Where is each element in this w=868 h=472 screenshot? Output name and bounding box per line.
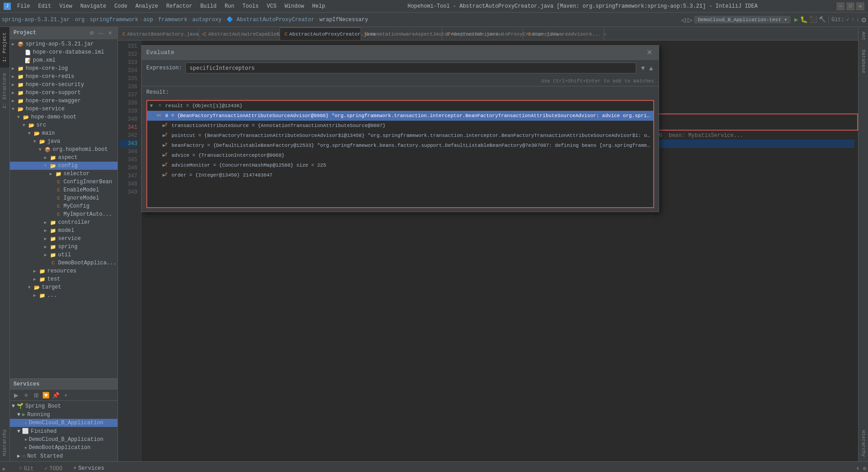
eval-result-area[interactable]: ▼ ≡ result = {Object[1]@13436} ▼ ○ 0 = {…: [146, 100, 654, 208]
result-row-3[interactable]: ▶ f pointcut = {BeanFactoryTransactionAt…: [147, 131, 653, 141]
tree-item-selector[interactable]: ▶ 📁 selector: [10, 170, 118, 178]
breadcrumb-jar[interactable]: spring-aop-5.3.21.jar: [2, 17, 70, 23]
service-finished-group[interactable]: ▼ ⬜ Finished: [10, 427, 118, 436]
service-not-started-group[interactable]: ▶ ○ Not Started: [10, 452, 118, 460]
project-minimize-button[interactable]: —: [97, 29, 105, 37]
eval-expression-input[interactable]: [185, 63, 636, 73]
menu-run[interactable]: Run: [221, 2, 238, 10]
menu-tools[interactable]: Tools: [239, 2, 262, 10]
tree-item-target[interactable]: ▼ 📂 target: [10, 283, 118, 291]
breadcrumb-springframework[interactable]: springframework: [90, 17, 138, 23]
tab-aspect-aware[interactable]: C AspectJAwareAdvisorA... ✕: [523, 27, 604, 40]
service-pin-btn[interactable]: 📌: [51, 390, 60, 399]
tree-item-enable-model[interactable]: C EnableModel: [10, 186, 118, 194]
tab-abstract-bean-factory[interactable]: C AbstractBeanFactory.java ✕: [118, 27, 199, 40]
side-tab-hierarchy[interactable]: Hierarchy: [0, 424, 9, 461]
result-row-1[interactable]: ▼ ○ 0 = {BeanFactoryTransactionAttribute…: [147, 111, 653, 121]
favorites-icon[interactable]: ★: [2, 465, 5, 472]
tree-item-test[interactable]: ▶ 📁 test: [10, 275, 118, 283]
bottom-tab-services[interactable]: ⚡ Services: [68, 463, 110, 472]
result-row-6[interactable]: ▶ f adviceMonitor = {ConcurrentHashMap@1…: [147, 160, 653, 170]
tree-item-config-inner-bean[interactable]: C ConfigInnerBean: [10, 178, 118, 186]
service-add-btn[interactable]: +: [61, 390, 70, 399]
menu-build[interactable]: Build: [197, 2, 220, 10]
tree-item-controller[interactable]: ▶ 📁 controller: [10, 218, 118, 227]
tree-item-service[interactable]: ▶ 📁 service: [10, 235, 118, 243]
tree-item-core-security[interactable]: ▶ 📁 hope-core-security: [10, 81, 118, 89]
menu-file[interactable]: File: [14, 2, 34, 10]
tree-item-database-iml[interactable]: 📄 hope-core-database.iml: [10, 48, 118, 56]
menu-refactor[interactable]: Refactor: [163, 2, 196, 10]
tree-item-main[interactable]: ▼ 📂 main: [10, 129, 118, 137]
tree-item-resources[interactable]: ▶ 📁 resources: [10, 267, 118, 275]
back-button[interactable]: ◁: [681, 15, 686, 25]
run-config-selector[interactable]: DemoCloud_B_Application-test ▾: [694, 16, 791, 23]
service-layout-btn[interactable]: ≡: [22, 390, 31, 399]
tree-item-util[interactable]: ▶ 📁 util: [10, 251, 118, 259]
right-tab-database[interactable]: Database: [859, 45, 868, 78]
service-demo-boot-finished[interactable]: ● DemoBootApplication: [10, 444, 118, 452]
tree-item-ignore-model[interactable]: C IgnoreModel: [10, 194, 118, 202]
tab-close-icon6[interactable]: ✕: [603, 32, 606, 37]
service-group-btn[interactable]: ⊞: [32, 390, 41, 399]
tree-item-src[interactable]: ▼ 📂 src: [10, 121, 118, 129]
code-content[interactable]: if (Boolean.FALSE.equals(this.advisedBea…: [141, 41, 858, 461]
result-row-4[interactable]: ▶ f beanFactory = {DefaultListableBeanFa…: [147, 141, 653, 150]
tree-item-hope-demo-boot[interactable]: ▼ 📂 hope-demo-boot: [10, 113, 118, 121]
tree-item-my-import[interactable]: C MyImportAuto...: [10, 210, 118, 218]
git-push[interactable]: ↓: [856, 17, 859, 23]
tree-item-spring[interactable]: ▶ 📁 spring: [10, 243, 118, 251]
tree-item-model[interactable]: ▶ 📁 model: [10, 227, 118, 235]
tree-item-package[interactable]: ▼ 📦 org.hopehomi.boot: [10, 145, 118, 154]
bottom-tab-git[interactable]: ⑂ Git: [14, 464, 39, 472]
run-button[interactable]: ▶: [794, 16, 798, 23]
tree-item-config[interactable]: ▼ 📂 config: [10, 162, 118, 170]
service-spring-boot[interactable]: ▼ 🌱 Spring Boot: [10, 402, 118, 410]
git-check[interactable]: ✓: [846, 16, 850, 23]
breadcrumb-framework[interactable]: framework: [158, 17, 187, 23]
debug-button[interactable]: 🐛: [800, 16, 808, 23]
eval-close-button[interactable]: ✕: [645, 48, 654, 57]
project-gear-button[interactable]: ⚙: [88, 29, 96, 37]
close-button[interactable]: ✕: [856, 2, 864, 10]
side-tab-project[interactable]: 1: Project: [0, 27, 9, 68]
menu-view[interactable]: View: [56, 2, 76, 10]
tree-item-spring-aop[interactable]: ▶ 📦 spring-aop-5.3.21.jar: [10, 40, 118, 48]
project-close-button[interactable]: ✕: [106, 29, 114, 37]
eval-expand-button[interactable]: ▼: [640, 64, 646, 72]
git-update[interactable]: ↑: [851, 17, 854, 23]
breadcrumb-method[interactable]: wrapIfNecessary: [320, 17, 368, 23]
breadcrumb-autoproxy[interactable]: autoproxy: [192, 17, 222, 23]
menu-code[interactable]: Code: [111, 2, 131, 10]
breadcrumb-aop[interactable]: aop: [143, 17, 153, 23]
side-tab-structure[interactable]: 2: Structure: [0, 68, 9, 114]
service-demo-cloud-running[interactable]: ● DemoCloud_B_Application: [10, 419, 118, 427]
service-filter-btn[interactable]: 🔽: [41, 390, 50, 399]
menu-window[interactable]: Window: [281, 2, 307, 10]
result-row-0[interactable]: ▼ ≡ result = {Object[1]@13436}: [147, 101, 653, 111]
tree-item-target-sub[interactable]: ▶ 📁 ...: [10, 291, 118, 300]
forward-button[interactable]: ▷: [687, 15, 692, 25]
right-tab-hierarchy[interactable]: Hierarchy: [859, 426, 868, 461]
maximize-button[interactable]: □: [846, 2, 854, 10]
menu-analyze[interactable]: Analyze: [132, 2, 162, 10]
settings-button[interactable]: ⚙: [861, 15, 866, 25]
eval-menu-button[interactable]: ▲: [648, 64, 654, 72]
tree-item-hope-service[interactable]: ▼ 📂 hope-service: [10, 105, 118, 113]
bottom-tab-todo[interactable]: ✓ TODO: [39, 463, 68, 472]
tab-abstract-advisor[interactable]: C AbstractAdvisorAutoProxyCreator.java ✕: [442, 27, 523, 40]
tree-item-core-redis[interactable]: ▶ 📁 hope-core-redis: [10, 73, 118, 81]
tree-item-core-log[interactable]: ▶ 📁 hope-core-log: [10, 64, 118, 73]
right-tab-ant[interactable]: Ant: [859, 27, 868, 45]
tree-item-core-swagger[interactable]: ▶ 📁 hope-core-swagger: [10, 97, 118, 105]
service-run-btn[interactable]: ▶: [12, 390, 21, 399]
tree-item-my-config[interactable]: C MyConfig: [10, 202, 118, 210]
expand-panel-icon[interactable]: ⬆: [856, 465, 859, 472]
build-button[interactable]: 🔨: [819, 16, 826, 23]
result-row-5[interactable]: ▶ f advice = {TransactionInterceptor@906…: [147, 150, 653, 160]
tree-item-core-support[interactable]: ▶ 📁 hope-core-support: [10, 89, 118, 97]
result-row-2[interactable]: ▶ f transactionAttributeSource = {Annota…: [147, 121, 653, 131]
minimize-button[interactable]: —: [836, 2, 845, 10]
menu-help[interactable]: Help: [308, 2, 329, 10]
tab-annotation-aware[interactable]: C AnnotationAwareAspectJAutoProxyCreator…: [361, 27, 442, 40]
